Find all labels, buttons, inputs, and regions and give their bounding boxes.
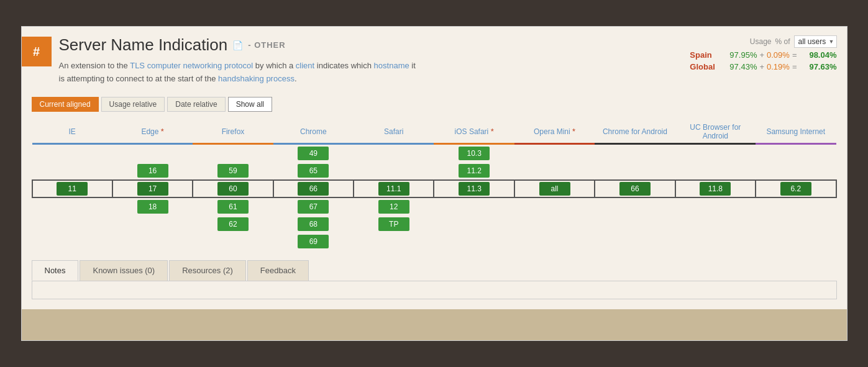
- global-pct1: 97.43%: [729, 62, 757, 71]
- bottom-tab-feedback[interactable]: Feedback: [247, 260, 309, 281]
- th-ios-safari: iOS Safari *: [434, 119, 514, 144]
- global-usage-row: Global 97.43% + 0.19% = 97.63%: [690, 62, 836, 71]
- th-edge: Edge *: [112, 119, 193, 144]
- compat-cell-opera_mini: all: [514, 180, 595, 197]
- global-pct2: 0.19%: [767, 62, 790, 71]
- pct-of-label: % of: [775, 37, 790, 46]
- compat-cell-safari: TP: [354, 215, 434, 233]
- compat-cell-safari: [354, 233, 434, 250]
- compat-cell-firefox: [193, 233, 273, 250]
- compat-cell-uc_browser: [675, 162, 756, 180]
- compat-cell-ie: 11: [32, 180, 112, 197]
- compat-cell-safari: 12: [354, 197, 434, 215]
- spain-usage-row: Spain 97.95% + 0.09% = 98.04%: [690, 50, 836, 60]
- description: An extension to the TLS computer network…: [59, 60, 419, 86]
- compat-cell-chrome: 49: [273, 143, 354, 162]
- spain-pct2: 0.09%: [767, 50, 790, 60]
- tab-date-relative[interactable]: Date relative: [167, 97, 225, 112]
- client-link[interactable]: client: [296, 61, 314, 70]
- compat-row: 1117606611.111.3all6611.86.2: [32, 180, 836, 197]
- compat-cell-chrome_android: [595, 215, 675, 233]
- bottom-tabs: Notes Known issues (0) Resources (2) Fee…: [32, 260, 837, 281]
- hostname-link[interactable]: hostname: [374, 61, 409, 70]
- compat-cell-opera_mini: [514, 197, 595, 215]
- bottom-tab-resources[interactable]: Resources (2): [169, 260, 246, 281]
- compat-cell-safari: 11.1: [354, 180, 434, 197]
- compat-cell-opera_mini: [514, 215, 595, 233]
- spain-plus: +: [759, 50, 764, 60]
- compat-cell-samsung: [756, 143, 836, 162]
- global-plus: +: [759, 62, 764, 71]
- th-firefox: Firefox: [193, 119, 273, 144]
- th-ie: IE: [32, 119, 112, 144]
- opera-asterisk: *: [572, 127, 575, 136]
- compat-cell-chrome_android: [595, 162, 675, 180]
- spain-pct1: 97.95%: [729, 50, 757, 60]
- compat-cell-ios_safari: [434, 197, 514, 215]
- compat-cell-firefox: [193, 143, 273, 162]
- compat-cell-safari: [354, 162, 434, 180]
- compat-cell-ios_safari: [434, 215, 514, 233]
- browser-header-row: IE Edge * Firefox Chrome Safari iOS Safa…: [32, 119, 836, 144]
- compat-cell-ie: [32, 233, 112, 250]
- compat-cell-uc_browser: [675, 215, 756, 233]
- compat-cell-chrome: 66: [273, 180, 354, 197]
- tls-link[interactable]: TLS: [130, 61, 145, 70]
- tab-show-all[interactable]: Show all: [228, 97, 272, 112]
- compat-cell-samsung: [756, 197, 836, 215]
- usage-label-row: Usage % of all users desktop mobile: [690, 35, 836, 48]
- compat-cell-chrome: 67: [273, 197, 354, 215]
- th-chrome: Chrome: [273, 119, 354, 144]
- compat-cell-edge: 16: [112, 162, 193, 180]
- spain-equals: =: [792, 50, 797, 60]
- compat-cell-safari: [354, 143, 434, 162]
- bottom-tab-notes[interactable]: Notes: [32, 260, 79, 281]
- global-label: Global: [690, 62, 727, 71]
- tab-current-aligned[interactable]: Current aligned: [32, 97, 99, 112]
- compat-cell-ie: [32, 162, 112, 180]
- compat-cell-chrome_android: 66: [595, 180, 675, 197]
- compat-cell-edge: 17: [112, 180, 193, 197]
- usage-label-text: Usage: [750, 37, 772, 46]
- th-uc-browser: UC Browser for Android: [675, 119, 756, 144]
- compat-cell-uc_browser: [675, 197, 756, 215]
- compat-cell-firefox: 59: [193, 162, 273, 180]
- compat-row: 69: [32, 233, 836, 250]
- footer-area: [22, 309, 847, 340]
- compat-cell-firefox: 62: [193, 215, 273, 233]
- compat-cell-chrome_android: [595, 143, 675, 162]
- ios-asterisk: *: [491, 127, 494, 136]
- handshaking-link[interactable]: handshaking process: [218, 74, 295, 83]
- tab-usage-relative[interactable]: Usage relative: [101, 97, 165, 112]
- compat-cell-samsung: [756, 215, 836, 233]
- users-select-wrapper[interactable]: all users desktop mobile: [794, 35, 837, 48]
- compat-cell-firefox: 61: [193, 197, 273, 215]
- spain-total: 98.04%: [800, 50, 837, 60]
- compat-cell-samsung: [756, 162, 836, 180]
- compat-cell-uc_browser: [675, 233, 756, 250]
- page-title: Server Name Indication: [59, 35, 228, 55]
- compat-cell-chrome_android: [595, 233, 675, 250]
- bottom-tab-known-issues[interactable]: Known issues (0): [80, 260, 168, 281]
- compat-row: 18616712: [32, 197, 836, 215]
- compat-cell-ios_safari: 11.3: [434, 180, 514, 197]
- compat-cell-ie: [32, 197, 112, 215]
- compat-table: IE Edge * Firefox Chrome Safari iOS Safa…: [32, 119, 837, 250]
- compat-cell-uc_browser: 11.8: [675, 180, 756, 197]
- compat-cell-edge: [112, 233, 193, 250]
- compat-table-wrapper: IE Edge * Firefox Chrome Safari iOS Safa…: [22, 119, 847, 250]
- compat-cell-opera_mini: [514, 162, 595, 180]
- compat-cell-opera_mini: [514, 233, 595, 250]
- compat-cell-chrome: 69: [273, 233, 354, 250]
- compat-cell-ios_safari: [434, 233, 514, 250]
- users-select[interactable]: all users desktop mobile: [794, 35, 837, 48]
- filter-tabs-bar: Current aligned Usage relative Date rela…: [22, 92, 847, 112]
- spain-label: Spain: [690, 50, 727, 60]
- compat-cell-edge: [112, 215, 193, 233]
- compat-cell-samsung: [756, 233, 836, 250]
- compat-cell-uc_browser: [675, 143, 756, 162]
- th-safari: Safari: [354, 119, 434, 144]
- computer-link[interactable]: computer networking protocol: [147, 61, 254, 70]
- compat-cell-edge: 18: [112, 197, 193, 215]
- main-container: # Server Name Indication 📄 - OTHER An ex…: [21, 26, 847, 341]
